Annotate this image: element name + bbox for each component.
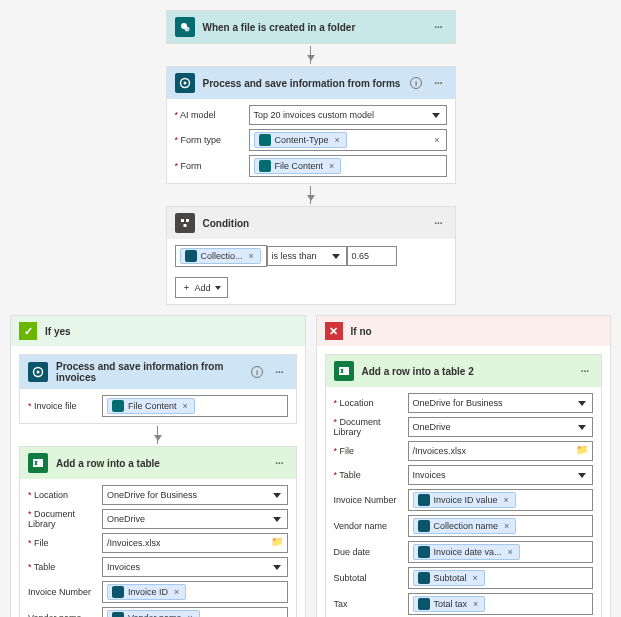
location-dropdown[interactable]: OneDrive for Business	[102, 485, 288, 505]
svg-point-1	[184, 27, 189, 32]
collection-token[interactable]: Collectio...×	[180, 248, 261, 264]
token-remove-icon: ×	[333, 135, 342, 145]
ai-process-card[interactable]: Process and save information from forms …	[166, 66, 456, 184]
svg-rect-6	[183, 224, 186, 227]
no-excel-card[interactable]: Add a row into a table 2 ··· LocationOne…	[325, 354, 603, 617]
sharepoint-icon	[175, 17, 195, 37]
field-label: Tax	[334, 599, 402, 609]
if-no-branch: ✕ If no Add a row into a table 2 ··· Loc…	[316, 315, 612, 617]
yes-excel-card[interactable]: Add a row into a table ··· LocationOneDr…	[19, 446, 297, 617]
condition-title: Condition	[203, 218, 423, 229]
token-remove-icon: ×	[327, 161, 336, 171]
info-icon[interactable]: i	[410, 77, 422, 89]
field-label: Due date	[334, 547, 402, 557]
token-field[interactable]: Collection name×	[408, 515, 594, 537]
yes-ai-card[interactable]: Process and save information from invoic…	[19, 354, 297, 424]
file-picker[interactable]: /Invoices.xlsx	[102, 533, 288, 553]
if-yes-branch: ✓ If yes Process and save information fr…	[10, 315, 306, 617]
svg-rect-9	[33, 459, 43, 467]
table-dropdown[interactable]: Invoices	[102, 557, 288, 577]
clear-icon[interactable]: ×	[432, 135, 441, 145]
field-label: Vendor name	[28, 613, 96, 617]
invoice-file-field[interactable]: File Content×	[102, 395, 288, 417]
arrow-icon	[310, 186, 311, 204]
add-condition-button[interactable]: ＋ Add	[175, 277, 228, 298]
ellipsis-icon[interactable]: ···	[271, 367, 287, 378]
table-row: Due dateInvoice date va...×	[334, 541, 594, 563]
condition-card[interactable]: Condition ··· Collectio...× is less than…	[166, 206, 456, 305]
svg-point-8	[37, 371, 40, 374]
token-remove-icon: ×	[502, 495, 511, 505]
yes-ai-title: Process and save information from invoic…	[56, 361, 243, 383]
doclib-dropdown[interactable]: OneDrive	[408, 417, 594, 437]
table-dropdown[interactable]: Invoices	[408, 465, 594, 485]
file-picker[interactable]: /Invoices.xlsx	[408, 441, 594, 461]
table-row: Invoice NumberInvoice ID value×	[334, 489, 594, 511]
field-label: Invoice Number	[28, 587, 96, 597]
field-label: Invoice Number	[334, 495, 402, 505]
condition-icon	[175, 213, 195, 233]
token-field[interactable]: Subtotal×	[408, 567, 594, 589]
location-dropdown[interactable]: OneDrive for Business	[408, 393, 594, 413]
ellipsis-icon[interactable]: ···	[430, 218, 446, 229]
ai-model-label: AI model	[175, 110, 243, 120]
svg-rect-5	[186, 219, 189, 222]
condition-value-field[interactable]: 0.65	[347, 246, 397, 266]
trigger-card[interactable]: When a file is created in a folder ···	[166, 10, 456, 44]
ellipsis-icon[interactable]: ···	[271, 458, 287, 469]
ai-builder-icon	[175, 73, 195, 93]
dynamic-token[interactable]: Total tax×	[413, 596, 486, 612]
doclib-dropdown[interactable]: OneDrive	[102, 509, 288, 529]
token-remove-icon: ×	[471, 599, 480, 609]
arrow-icon	[157, 426, 158, 444]
token-field[interactable]: Invoice ID value×	[408, 489, 594, 511]
info-icon[interactable]: i	[251, 366, 263, 378]
token-remove-icon: ×	[471, 573, 480, 583]
condition-left-field[interactable]: Collectio...×	[175, 245, 267, 267]
form-field[interactable]: File Content×	[249, 155, 447, 177]
ai-model-dropdown[interactable]: Top 20 invoices custom model	[249, 105, 447, 125]
if-yes-title: If yes	[45, 326, 71, 337]
branches-container: ✓ If yes Process and save information fr…	[10, 315, 611, 617]
yes-excel-title: Add a row into a table	[56, 458, 263, 469]
table-row: TaxTotal tax×	[334, 593, 594, 615]
token-field[interactable]: Total tax×	[408, 593, 594, 615]
cross-icon: ✕	[325, 322, 343, 340]
trigger-title: When a file is created in a folder	[203, 22, 423, 33]
token-field[interactable]: Invoice ID×	[102, 581, 288, 603]
svg-rect-10	[339, 367, 349, 375]
excel-icon	[28, 453, 48, 473]
flow-canvas: When a file is created in a folder ··· P…	[10, 10, 611, 617]
content-type-token[interactable]: Content-Type×	[254, 132, 347, 148]
token-field[interactable]: Vendor name×	[102, 607, 288, 617]
token-field[interactable]: Invoice date va...×	[408, 541, 594, 563]
ai-process-title: Process and save information from forms	[203, 78, 403, 89]
token-remove-icon: ×	[506, 547, 515, 557]
ellipsis-icon[interactable]: ···	[577, 366, 593, 377]
dynamic-token[interactable]: Vendor name×	[107, 610, 200, 617]
form-type-field[interactable]: Content-Type× ×	[249, 129, 447, 151]
no-excel-body: LocationOneDrive for Business Document L…	[326, 387, 602, 617]
excel-icon	[334, 361, 354, 381]
file-content-token[interactable]: File Content×	[107, 398, 195, 414]
table-row: SubtotalSubtotal×	[334, 567, 594, 589]
dynamic-token[interactable]: Invoice date va...×	[413, 544, 520, 560]
condition-operator-dropdown[interactable]: is less than	[267, 246, 347, 266]
dynamic-token[interactable]: Invoice ID×	[107, 584, 186, 600]
ellipsis-icon[interactable]: ···	[430, 22, 446, 33]
yes-excel-body: LocationOneDrive for Business Document L…	[20, 479, 296, 617]
form-label: Form	[175, 161, 243, 171]
dynamic-token[interactable]: Invoice ID value×	[413, 492, 516, 508]
table-row: Invoice NumberInvoice ID×	[28, 581, 288, 603]
file-content-token[interactable]: File Content×	[254, 158, 342, 174]
table-row: Vendor nameVendor name×	[28, 607, 288, 617]
field-label: Vendor name	[334, 521, 402, 531]
if-no-title: If no	[351, 326, 372, 337]
invoice-file-label: Invoice file	[28, 401, 96, 411]
token-remove-icon: ×	[172, 587, 181, 597]
arrow-icon	[310, 46, 311, 64]
table-row: Vendor nameCollection name×	[334, 515, 594, 537]
dynamic-token[interactable]: Collection name×	[413, 518, 517, 534]
ellipsis-icon[interactable]: ···	[430, 78, 446, 89]
dynamic-token[interactable]: Subtotal×	[413, 570, 485, 586]
